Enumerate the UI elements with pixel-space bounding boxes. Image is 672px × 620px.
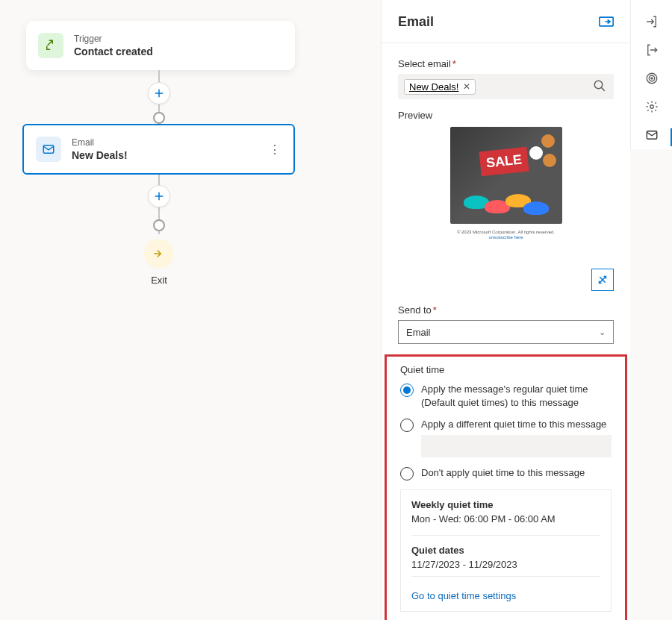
quiet-dates-title: Quiet dates xyxy=(411,545,600,556)
select-email-label: Select email* xyxy=(398,58,614,69)
weekly-quiet-time-value: Mon - Wed: 06:00 PM - 06:00 AM xyxy=(411,513,600,525)
exit-node: Exit xyxy=(144,239,174,286)
journey-dot xyxy=(153,112,165,124)
quiet-time-option-different[interactable]: Apply a different quiet time to this mes… xyxy=(400,418,612,432)
radio-icon xyxy=(400,383,414,397)
quiet-time-option-regular[interactable]: Apply the message's regular quiet time (… xyxy=(400,383,612,409)
selected-email-chip[interactable]: New Deals! ✕ xyxy=(404,79,476,95)
svg-point-5 xyxy=(650,78,652,79)
quiet-time-option-none[interactable]: Don't apply quiet time to this message xyxy=(400,466,612,480)
email-preview: SALE © 2023 Microsoft Corporation. All r… xyxy=(398,127,614,276)
add-step-button[interactable] xyxy=(148,82,170,104)
quiet-time-custom-input[interactable] xyxy=(421,435,612,457)
radio-icon xyxy=(400,467,414,480)
journey-dot xyxy=(153,219,165,231)
email-node[interactable]: Email New Deals! ⋮ xyxy=(22,124,295,175)
svg-point-6 xyxy=(650,105,653,109)
weekly-quiet-time-title: Weekly quiet time xyxy=(411,499,600,510)
sidebar-settings-icon[interactable] xyxy=(631,93,673,121)
select-email-input[interactable]: New Deals! ✕ xyxy=(398,74,614,99)
journey-canvas: Trigger Contact created Email New Deals!… xyxy=(0,0,381,620)
node-menu-button[interactable]: ⋮ xyxy=(269,143,281,157)
email-node-title: New Deals! xyxy=(72,149,128,161)
quiet-time-section: Quiet time Apply the message's regular q… xyxy=(385,354,627,620)
sidebar-logout-icon[interactable] xyxy=(631,36,673,64)
sale-banner: SALE xyxy=(479,147,529,177)
email-node-icon xyxy=(36,137,61,162)
panel-expand-icon[interactable] xyxy=(599,13,614,31)
radio-icon xyxy=(400,419,414,432)
email-properties-panel: Email Select email* New Deals! ✕ Preview… xyxy=(381,0,630,620)
send-to-label: Send to* xyxy=(398,304,614,316)
chip-remove-icon[interactable]: ✕ xyxy=(463,81,470,92)
trigger-label: Trigger xyxy=(74,34,153,44)
quiet-time-settings-link[interactable]: Go to quiet time settings xyxy=(411,590,516,601)
right-sidebar xyxy=(630,0,672,149)
exit-label: Exit xyxy=(144,275,174,286)
trigger-node[interactable]: Trigger Contact created xyxy=(26,21,295,70)
quiet-time-label: Quiet time xyxy=(400,364,612,375)
quiet-time-info-card: Weekly quiet time Mon - Wed: 06:00 PM - … xyxy=(400,489,612,612)
add-step-button[interactable] xyxy=(148,185,170,207)
search-icon[interactable] xyxy=(593,79,606,95)
panel-title: Email xyxy=(398,14,434,30)
preview-label: Preview xyxy=(398,110,614,121)
quiet-dates-value: 11/27/2023 - 11/29/2023 xyxy=(411,559,600,570)
preview-expand-button[interactable] xyxy=(591,269,614,291)
sidebar-login-icon[interactable] xyxy=(631,7,673,36)
exit-icon xyxy=(144,239,174,269)
trigger-icon xyxy=(38,33,63,58)
trigger-title: Contact created xyxy=(74,46,153,57)
svg-point-2 xyxy=(594,81,603,89)
email-node-label: Email xyxy=(72,137,128,148)
chevron-down-icon: ⌄ xyxy=(599,328,606,337)
send-to-dropdown[interactable]: Email ⌄ xyxy=(398,320,614,344)
preview-caption: © 2023 Microsoft Corporation. All rights… xyxy=(457,230,555,240)
preview-image: SALE xyxy=(450,127,562,224)
sidebar-goal-icon[interactable] xyxy=(631,64,673,93)
sidebar-email-icon[interactable] xyxy=(631,121,673,149)
